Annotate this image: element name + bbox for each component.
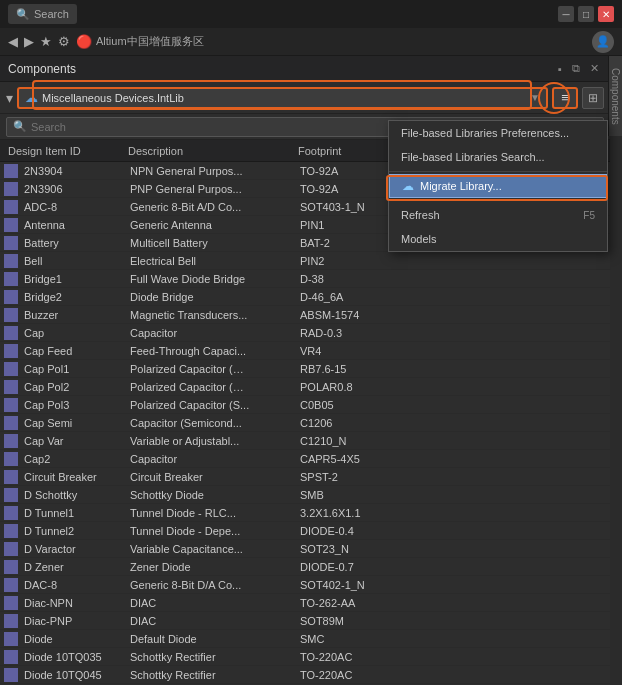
- refresh-shortcut: F5: [583, 210, 595, 221]
- user-avatar[interactable]: 👤: [592, 31, 614, 53]
- table-row[interactable]: DAC-8 Generic 8-Bit D/A Co... SOT402-1_N: [0, 576, 610, 594]
- cell-id: 2N3906: [22, 183, 128, 195]
- cell-desc: Schottky Rectifier: [128, 651, 298, 663]
- filter-icon[interactable]: ▾: [6, 90, 13, 106]
- panel-float-button[interactable]: ⧉: [569, 61, 583, 76]
- table-row[interactable]: Cap Pol3 Polarized Capacitor (S... C0B05: [0, 396, 610, 414]
- menu-item-file-prefs[interactable]: File-based Libraries Preferences...: [389, 121, 607, 145]
- table-row[interactable]: Cap Feed Feed-Through Capaci... VR4: [0, 342, 610, 360]
- table-row[interactable]: Diode Default Diode SMC: [0, 630, 610, 648]
- cell-desc: Full Wave Diode Bridge: [128, 273, 298, 285]
- row-icon: [4, 542, 18, 556]
- cell-desc: NPN General Purpos...: [128, 165, 298, 177]
- row-icon: [4, 290, 18, 304]
- cell-id: ADC-8: [22, 201, 128, 213]
- menu-item-file-search[interactable]: File-based Libraries Search...: [389, 145, 607, 169]
- row-icon: [4, 506, 18, 520]
- library-name: ☁ Miscellaneous Devices.IntLib: [25, 90, 184, 105]
- right-sidebar-tab[interactable]: Components: [608, 56, 622, 136]
- cell-desc: Default Diode: [128, 633, 298, 645]
- table-row[interactable]: Cap Pol1 Polarized Capacitor (… RB7.6-15: [0, 360, 610, 378]
- panel-pin-button[interactable]: ▪: [555, 62, 565, 76]
- library-dropdown[interactable]: ☁ Miscellaneous Devices.IntLib ▼: [17, 87, 548, 109]
- table-row[interactable]: Cap Capacitor RAD-0.3: [0, 324, 610, 342]
- cell-fp: SMC: [298, 633, 606, 645]
- table-row[interactable]: D Tunnel1 Tunnel Diode - RLC... 3.2X1.6X…: [0, 504, 610, 522]
- row-icon: [4, 236, 18, 250]
- menu-item-migrate[interactable]: ☁ Migrate Library...: [389, 174, 607, 198]
- table-row[interactable]: Diac-NPN DIAC TO-262-AA: [0, 594, 610, 612]
- table-row[interactable]: D Schottky Schottky Diode SMB: [0, 486, 610, 504]
- table-row[interactable]: D Zener Zener Diode DIODE-0.7: [0, 558, 610, 576]
- panel-title: Components: [8, 62, 76, 76]
- dropdown-arrow-icon: ▼: [530, 92, 540, 103]
- table-row[interactable]: Bridge2 Diode Bridge D-46_6A: [0, 288, 610, 306]
- table-row[interactable]: Diode 10TQ035 Schottky Rectifier TO-220A…: [0, 648, 610, 666]
- menu-item-refresh[interactable]: Refresh F5: [389, 203, 607, 227]
- cell-id: Bell: [22, 255, 128, 267]
- menu-item-models[interactable]: Models: [389, 227, 607, 251]
- table-row[interactable]: Cap Semi Capacitor (Semicond... C1206: [0, 414, 610, 432]
- cell-desc: Generic 8-Bit A/D Co...: [128, 201, 298, 213]
- grid-icon: ≡: [561, 90, 569, 105]
- table-row[interactable]: Diode 10TQ045 Schottky Rectifier TO-220A…: [0, 666, 610, 684]
- back-icon[interactable]: ◀: [8, 34, 18, 49]
- cell-desc: Schottky Diode: [128, 489, 298, 501]
- forward-icon[interactable]: ▶: [24, 34, 34, 49]
- grid-view-button[interactable]: ≡: [552, 87, 578, 109]
- cell-fp: VR4: [298, 345, 606, 357]
- star-icon[interactable]: ★: [40, 34, 52, 49]
- col-header-id: Design Item ID: [4, 145, 124, 157]
- row-icon: [4, 524, 18, 538]
- row-icon: [4, 596, 18, 610]
- row-icon: [4, 578, 18, 592]
- cell-desc: Capacitor (Semicond...: [128, 417, 298, 429]
- table-row[interactable]: Cap Var Variable or Adjustabl... C1210_N: [0, 432, 610, 450]
- cell-id: Battery: [22, 237, 128, 249]
- migrate-label: ☁ Migrate Library...: [402, 179, 502, 193]
- table-row[interactable]: Circuit Breaker Circuit Breaker SPST-2: [0, 468, 610, 486]
- menu-divider-1: [389, 171, 607, 172]
- panel-close-button[interactable]: ✕: [587, 61, 602, 76]
- row-icon: [4, 470, 18, 484]
- cell-id: D Varactor: [22, 543, 128, 555]
- row-icon: [4, 614, 18, 628]
- row-icon: [4, 452, 18, 466]
- cell-desc: Electrical Bell: [128, 255, 298, 267]
- table-row[interactable]: Diac-PNP DIAC SOT89M: [0, 612, 610, 630]
- title-bar-left: 🔍 Search: [8, 4, 77, 24]
- row-icon: [4, 272, 18, 286]
- cell-id: Cap Pol3: [22, 399, 128, 411]
- maximize-button[interactable]: □: [578, 6, 594, 22]
- cell-fp: POLAR0.8: [298, 381, 606, 393]
- row-icon: [4, 632, 18, 646]
- cell-fp: CAPR5-4X5: [298, 453, 606, 465]
- row-icon: [4, 434, 18, 448]
- table-row[interactable]: D Tunnel2 Tunnel Diode - Depe... DIODE-0…: [0, 522, 610, 540]
- gear-icon[interactable]: ⚙: [58, 34, 70, 49]
- cell-desc: Diode Bridge: [128, 291, 298, 303]
- table-row[interactable]: Bell Electrical Bell PIN2: [0, 252, 610, 270]
- list-view-button[interactable]: ⊞: [582, 87, 604, 109]
- table-row[interactable]: D Varactor Variable Capacitance... SOT23…: [0, 540, 610, 558]
- cell-fp: SOT23_N: [298, 543, 606, 555]
- cell-fp: DIODE-0.7: [298, 561, 606, 573]
- table-row[interactable]: Cap2 Capacitor CAPR5-4X5: [0, 450, 610, 468]
- title-search[interactable]: 🔍 Search: [8, 4, 77, 24]
- altium-label: 🔴 Altium中国增值服务区: [76, 34, 204, 49]
- table-row[interactable]: Bridge1 Full Wave Diode Bridge D-38: [0, 270, 610, 288]
- second-bar: ◀ ▶ ★ ⚙ 🔴 Altium中国增值服务区 👤: [0, 28, 622, 56]
- table-row[interactable]: Cap Pol2 Polarized Capacitor (… POLAR0.8: [0, 378, 610, 396]
- cell-fp: TO-220AC: [298, 651, 606, 663]
- table-row[interactable]: Buzzer Magnetic Transducers... ABSM-1574: [0, 306, 610, 324]
- close-button[interactable]: ✕: [598, 6, 614, 22]
- menu-item-file-prefs-label: File-based Libraries Preferences...: [401, 127, 569, 139]
- row-icon: [4, 200, 18, 214]
- minimize-button[interactable]: ─: [558, 6, 574, 22]
- search-icon: 🔍: [16, 8, 30, 21]
- cell-id: D Schottky: [22, 489, 128, 501]
- cell-fp: SPST-2: [298, 471, 606, 483]
- cell-fp: ABSM-1574: [298, 309, 606, 321]
- cell-id: Cap Semi: [22, 417, 128, 429]
- cell-desc: Variable Capacitance...: [128, 543, 298, 555]
